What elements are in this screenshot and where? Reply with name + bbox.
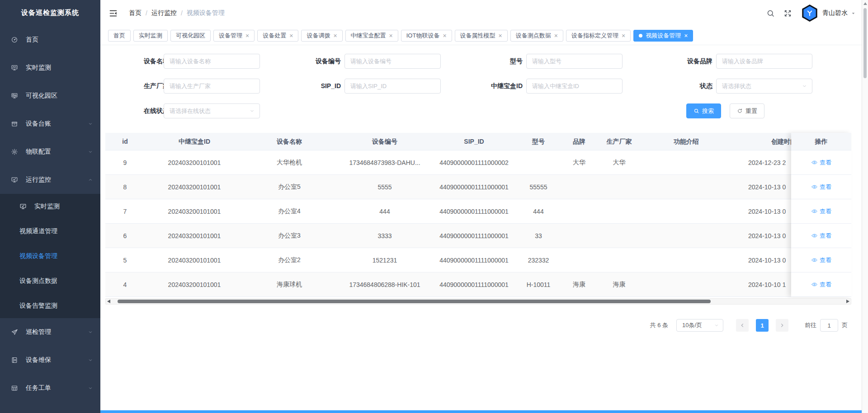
view-link-label: 查看 <box>820 232 831 240</box>
search-button[interactable]: 搜索 <box>686 103 721 118</box>
close-icon[interactable]: × <box>333 33 337 39</box>
horizontal-scrollbar[interactable] <box>105 298 851 305</box>
operation-cell: 查看 <box>791 248 851 272</box>
tab[interactable]: 设备指标定义管理 × <box>566 30 631 42</box>
tab[interactable]: 首页 <box>108 30 131 42</box>
sidebar-item[interactable]: 设备维保 <box>0 346 100 374</box>
close-icon[interactable]: × <box>289 33 293 39</box>
sidebar-item-label: 实时监测 <box>26 64 51 72</box>
tab[interactable]: 设备管理 × <box>213 30 255 42</box>
sidebar-subitem[interactable]: 视频设备管理 <box>0 244 100 268</box>
cell-device-code: 444 <box>335 199 435 223</box>
close-icon[interactable]: × <box>389 33 393 39</box>
sidebar-subitem[interactable]: 实时监测 <box>0 194 100 219</box>
close-icon[interactable]: × <box>684 33 688 39</box>
chevron-down-icon <box>249 108 255 114</box>
avatar[interactable] <box>801 5 818 22</box>
sidebar-item[interactable]: 首页 <box>0 26 100 54</box>
sip-id-input[interactable] <box>344 79 441 94</box>
status-select[interactable]: 请选择状态 <box>716 79 812 94</box>
cell-intro <box>644 150 729 174</box>
tab[interactable]: IOT物联设备 × <box>401 30 452 42</box>
vertical-scrollbar-thumb[interactable] <box>863 8 867 78</box>
view-link[interactable]: 查看 <box>811 281 831 289</box>
status-label: 状态 <box>647 79 712 94</box>
vertical-scrollbar[interactable] <box>862 0 868 413</box>
col-manufacturer: 生产厂家 <box>594 133 644 150</box>
tab[interactable]: 中继宝盒配置 × <box>345 30 398 42</box>
page-size-select[interactable]: 10条/页 <box>676 319 723 332</box>
table-body: 9 202403200101001 大华枪机 1734684873983-DAH… <box>105 150 851 297</box>
cell-device-code: 1734684873983-DAHU... <box>335 150 435 174</box>
caret-down-icon[interactable] <box>850 10 856 16</box>
horizontal-scrollbar-thumb[interactable] <box>118 300 711 303</box>
fullscreen-icon[interactable] <box>783 9 792 18</box>
cell-device-code: 1734684806288-HIK-101 <box>335 272 435 296</box>
sidebar-subitem[interactable]: 视频通道管理 <box>0 219 100 244</box>
username[interactable]: 青山碧水 <box>822 9 848 17</box>
chevron-down-icon <box>88 121 93 127</box>
sidebar-item[interactable]: 任务工单 <box>0 374 100 402</box>
scroll-left-arrow[interactable] <box>107 300 110 303</box>
device-code-input[interactable] <box>344 54 441 69</box>
cell-manufacturer <box>594 248 644 272</box>
tab[interactable]: 设备属性模型 × <box>455 30 508 42</box>
sidebar-group: 物联配置 <box>0 138 100 166</box>
page-number-button[interactable]: 1 <box>756 319 769 332</box>
model-input[interactable] <box>526 54 623 69</box>
tab[interactable]: 设备调拨 × <box>301 30 342 42</box>
breadcrumb-item[interactable]: 运行监控 <box>151 9 177 17</box>
view-link[interactable]: 查看 <box>811 207 831 216</box>
chevron-down-icon <box>714 323 719 328</box>
sidebar-subitem[interactable]: 设备测点数据 <box>0 268 100 293</box>
relay-box-id-input[interactable] <box>526 79 623 94</box>
search-icon[interactable] <box>766 9 775 18</box>
view-link[interactable]: 查看 <box>811 183 831 191</box>
brand-input[interactable] <box>716 54 812 69</box>
tab-label: 设备管理 <box>219 32 242 40</box>
close-icon[interactable]: × <box>554 33 558 39</box>
tab-label: IOT物联设备 <box>406 32 440 40</box>
device-name-input[interactable] <box>164 54 260 69</box>
reset-button[interactable]: 重置 <box>730 103 764 118</box>
goto-page-input[interactable] <box>820 319 838 332</box>
col-brand: 品牌 <box>564 133 594 150</box>
cell-relay-box-id: 202403200101001 <box>145 175 244 199</box>
view-link[interactable]: 查看 <box>811 232 831 240</box>
manufacturer-input[interactable] <box>164 79 260 94</box>
sidebar-item[interactable]: 设备台账 <box>0 110 100 138</box>
sidebar-item[interactable]: 运行监控 <box>0 166 100 194</box>
close-icon[interactable]: × <box>443 33 446 39</box>
scroll-right-arrow[interactable] <box>846 300 849 303</box>
close-icon[interactable]: × <box>499 33 502 39</box>
table-row: 4 202403200101001 海康球机 1734684806288-HIK… <box>105 272 851 297</box>
tab[interactable]: 实时监测 <box>133 30 168 42</box>
online-status-select[interactable]: 请选择在线状态 <box>164 103 260 118</box>
sidebar-item[interactable]: 可视化园区 <box>0 82 100 110</box>
close-icon[interactable]: × <box>245 33 249 39</box>
view-link[interactable]: 查看 <box>811 159 831 167</box>
close-icon[interactable]: × <box>622 33 625 39</box>
sidebar-item-label: 物联配置 <box>26 148 51 156</box>
monitor-check-icon <box>19 203 27 210</box>
prev-page-button[interactable] <box>736 319 749 332</box>
breadcrumb-item[interactable]: 首页 <box>129 9 142 17</box>
tab[interactable]: 可视化园区 <box>170 30 211 42</box>
sidebar-subitem[interactable]: 设备告警监测 <box>0 293 100 318</box>
sidebar-item[interactable]: 物联配置 <box>0 138 100 166</box>
tab[interactable]: 视频设备管理 × <box>633 30 693 42</box>
scroll-up-arrow[interactable] <box>863 2 867 5</box>
col-device-code: 设备编号 <box>335 133 435 150</box>
operation-cell: 查看 <box>791 175 851 199</box>
sidebar-item[interactable]: 实时监测 <box>0 54 100 82</box>
tab[interactable]: 设备处置 × <box>257 30 298 42</box>
active-tab-dot <box>639 34 642 38</box>
cell-sip-id: 44090000001111000001 <box>435 248 513 272</box>
next-page-button[interactable] <box>776 319 788 332</box>
col-relay-box-id: 中继宝盒ID <box>145 133 244 150</box>
cell-relay-box-id: 202403200101001 <box>145 150 244 174</box>
tab[interactable]: 设备测点数据 × <box>510 30 563 42</box>
sidebar-item[interactable]: 巡检管理 <box>0 318 100 346</box>
collapse-sidebar-icon[interactable] <box>108 9 118 18</box>
view-link[interactable]: 查看 <box>811 256 831 264</box>
